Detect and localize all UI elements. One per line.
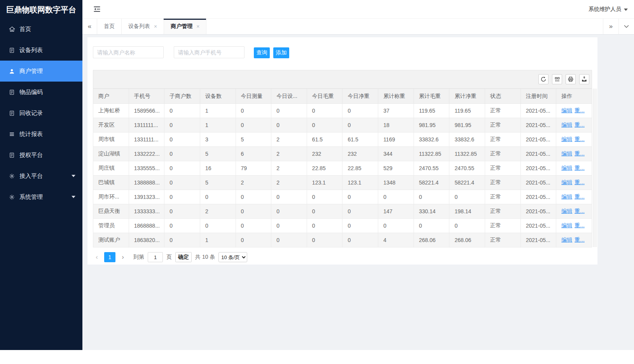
column-header: 今日测量 (236, 89, 271, 104)
sidebar-item-4[interactable]: 回收记录 (0, 103, 82, 124)
edit-link[interactable]: 编辑 (561, 179, 572, 185)
reset-link[interactable]: 重... (575, 237, 585, 243)
user-icon (9, 68, 15, 75)
sidebar-item-7[interactable]: 接入平台 (0, 165, 82, 186)
table-cell: 正常 (485, 161, 521, 176)
edit-link[interactable]: 编辑 (561, 165, 572, 171)
reset-link[interactable]: 重... (575, 193, 585, 200)
table-cell: 2021-05... (520, 118, 556, 132)
table-cell: 0 (342, 219, 378, 233)
table-scrollbar[interactable] (593, 89, 597, 247)
tabs-scroll-right-button[interactable]: » (603, 19, 618, 34)
column-header: 商户 (93, 89, 129, 104)
export-button[interactable] (579, 74, 589, 84)
table-cell: 198.14 (449, 204, 485, 219)
table-cell: 37 (378, 104, 414, 118)
sidebar-item-2[interactable]: 商户管理 (0, 61, 82, 82)
table-cell: 1 (200, 104, 236, 118)
caret-down-icon (72, 196, 75, 198)
refresh-button[interactable] (538, 74, 548, 84)
table-cell: 11322.85 (414, 147, 449, 161)
menu-fold-icon[interactable] (93, 6, 101, 12)
edit-link[interactable]: 编辑 (561, 222, 572, 228)
sidebar-item-label: 授权平台 (19, 152, 43, 159)
sidebar-item-5[interactable]: 统计报表 (0, 124, 82, 145)
sidebar-item-label: 系统管理 (19, 193, 43, 201)
table-toolbar (93, 70, 592, 89)
sidebar-item-label: 设备列表 (19, 47, 43, 54)
table-cell: 147 (378, 204, 414, 219)
edit-link[interactable]: 编辑 (561, 136, 572, 142)
table-cell: 正常 (485, 190, 521, 204)
close-icon[interactable]: × (154, 24, 157, 29)
tab-2[interactable]: 商户管理× (164, 19, 206, 34)
page-size-select[interactable]: 10 条/页 (218, 252, 247, 262)
edit-link[interactable]: 编辑 (561, 150, 572, 157)
edit-link[interactable]: 编辑 (561, 107, 572, 113)
gear-icon (9, 194, 15, 200)
edit-link[interactable]: 编辑 (561, 208, 572, 214)
table-cell: 2021-05... (520, 219, 556, 233)
query-button[interactable]: 查询 (254, 47, 270, 58)
document-icon (9, 47, 15, 54)
reset-link[interactable]: 重... (575, 122, 585, 128)
reset-link[interactable]: 重... (575, 165, 585, 171)
export-icon (581, 76, 587, 82)
add-button[interactable]: 添加 (273, 47, 289, 58)
merchant-panel: 查询 添加 商户手机号子商户数设备数今日测量今日设...今日毛重今日净重累计称重… (87, 37, 597, 265)
edit-link[interactable]: 编辑 (561, 237, 572, 243)
table-cell: 232 (342, 147, 378, 161)
columns-button[interactable] (552, 74, 562, 84)
table-cell: 0 (378, 190, 414, 204)
app-title: 巨鼎物联网数字平台 (0, 0, 82, 19)
table-cell: 巨鼎天衡 (93, 204, 129, 219)
tabs-dropdown-button[interactable] (618, 19, 634, 34)
table-cell: 上海虹桥 (93, 104, 129, 118)
confirm-button[interactable]: 确定 (175, 252, 192, 262)
close-icon[interactable]: × (196, 24, 199, 29)
table-cell: 981.95 (449, 118, 485, 132)
table-cell: 0 (164, 204, 200, 219)
merchant-phone-input[interactable] (174, 46, 245, 58)
sidebar-item-1[interactable]: 设备列表 (0, 40, 82, 61)
print-button[interactable] (566, 74, 576, 84)
sidebar: 巨鼎物联网数字平台 首页设备列表商户管理物品编码回收记录统计报表授权平台接入平台… (0, 0, 82, 350)
next-page-button[interactable]: › (119, 253, 127, 261)
app-window: 巨鼎物联网数字平台 首页设备列表商户管理物品编码回收记录统计报表授权平台接入平台… (0, 0, 634, 350)
table-cell: 0 (342, 233, 378, 247)
goto-page-input[interactable] (148, 252, 163, 262)
tab-1[interactable]: 设备列表× (122, 19, 164, 34)
sidebar-item-3[interactable]: 物品编码 (0, 82, 82, 103)
tab-0[interactable]: 首页 (97, 19, 122, 34)
sidebar-item-0[interactable]: 首页 (0, 19, 82, 40)
page-1-button[interactable]: 1 (104, 252, 115, 262)
table-cell: 268.06 (414, 233, 449, 247)
edit-link[interactable]: 编辑 (561, 193, 572, 200)
table-cell: 268.06 (449, 233, 485, 247)
table-cell: 2 (271, 132, 307, 147)
user-menu[interactable]: 系统维护人员 (589, 0, 628, 19)
reset-link[interactable]: 重... (575, 179, 585, 185)
table-cell: 淀山湖镇 (93, 147, 129, 161)
table-cell: 0 (449, 219, 485, 233)
merchant-name-input[interactable] (93, 46, 164, 58)
table-cell: 0 (307, 219, 342, 233)
reset-link[interactable]: 重... (575, 150, 585, 157)
table-cell-actions: 编辑重... (556, 132, 592, 147)
sidebar-item-8[interactable]: 系统管理 (0, 186, 82, 207)
table-cell: 5 (200, 176, 236, 190)
prev-page-button[interactable]: ‹ (93, 253, 101, 261)
reset-link[interactable]: 重... (575, 107, 585, 113)
reset-link[interactable]: 重... (575, 222, 585, 228)
table-row: 周市环...1391323...000000000正常2021-05...编辑重… (93, 190, 592, 204)
edit-link[interactable]: 编辑 (561, 122, 572, 128)
reset-link[interactable]: 重... (575, 208, 585, 214)
table-cell: 0 (414, 219, 449, 233)
column-header: 子商户数 (164, 89, 200, 104)
tabs-scroll-left-button[interactable]: « (82, 19, 97, 34)
reset-link[interactable]: 重... (575, 136, 585, 142)
sidebar-item-6[interactable]: 授权平台 (0, 145, 82, 165)
table-cell: 4 (378, 233, 414, 247)
sidebar-item-label: 统计报表 (19, 131, 43, 138)
column-header: 累计毛重 (414, 89, 449, 104)
